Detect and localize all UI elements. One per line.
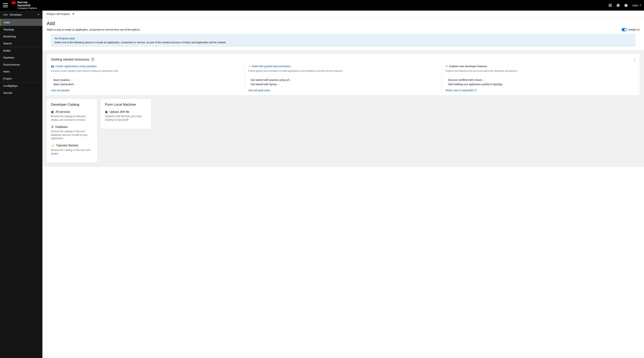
sidebar-item-secrets[interactable]: Secrets bbox=[0, 89, 42, 96]
page-subtitle: Select a way to create an Application, c… bbox=[47, 28, 140, 31]
content-area: Getting started resources ? ▮▮Create app… bbox=[42, 54, 644, 167]
brand-line1: Red Hat bbox=[18, 1, 28, 4]
view-all-samples-link[interactable]: View all samples bbox=[51, 89, 241, 92]
switch-icon[interactable]: ✓ bbox=[622, 28, 627, 31]
project-selector[interactable]: Project: All Projects bbox=[47, 12, 70, 16]
local-item-upload-jar[interactable]: ▣Upload JAR file Upload a JAR file from … bbox=[105, 110, 146, 122]
svg-rect-5 bbox=[611, 5, 612, 6]
gsr-title: Getting started resources bbox=[51, 58, 89, 62]
svg-rect-0 bbox=[609, 4, 610, 5]
developer-catalog-card: Developer Catalog ▦All services Browse t… bbox=[47, 99, 97, 162]
sidebar-item-topology[interactable]: Topology bbox=[0, 26, 42, 33]
local-title: From Local Machine bbox=[105, 102, 146, 106]
sidebar-item-helm[interactable]: Helm bbox=[0, 68, 42, 75]
gsr-col-guided: ⤳Build with guided documentation Follow … bbox=[245, 65, 442, 92]
catalog-item-all-services[interactable]: ▦All services Browse the catalog to disc… bbox=[51, 110, 93, 122]
plus-circle-icon[interactable] bbox=[616, 4, 620, 7]
details-toggle[interactable]: ✓ Details on bbox=[622, 28, 640, 31]
gsr-col-title[interactable]: Build with guided documentation bbox=[252, 65, 291, 68]
svg-rect-6 bbox=[609, 6, 610, 7]
alert-body: Select one of the following options to c… bbox=[54, 41, 632, 44]
local-item-desc: Upload a JAR file from your local deskto… bbox=[105, 114, 146, 122]
help-icon[interactable]: ? bbox=[624, 4, 628, 7]
caret-down-icon bbox=[640, 5, 641, 6]
main-content: Project: All Projects Add Select a way t… bbox=[42, 10, 644, 358]
info-alert: No Projects exist Select one of the foll… bbox=[51, 34, 636, 46]
nav-group-2: Builds Pipelines Environments Helm Proje… bbox=[0, 47, 42, 82]
gsr-col-desc: Choose a code sample to get started crea… bbox=[51, 70, 241, 76]
hamburger-menu-icon[interactable] bbox=[3, 3, 8, 7]
gsr-col-explore: ⚑Explore new developer features Explore … bbox=[442, 65, 636, 92]
caret-down-icon[interactable] bbox=[72, 14, 74, 14]
grid-icon: ▦ bbox=[51, 110, 54, 114]
page-header: Add Select a way to create an Applicatio… bbox=[42, 18, 644, 46]
brand-logo[interactable]: Red Hat OpenShift Container Platform bbox=[12, 1, 37, 10]
kebab-menu-icon[interactable] bbox=[634, 57, 636, 62]
from-local-machine-card: From Local Machine ▣Upload JAR file Uplo… bbox=[100, 99, 151, 129]
user-menu[interactable]: user1 bbox=[632, 4, 641, 7]
sidebar-item-search[interactable]: Search bbox=[0, 40, 42, 47]
details-toggle-label: Details on bbox=[628, 28, 640, 31]
sidebar-item-pipelines[interactable]: Pipelines bbox=[0, 54, 42, 61]
brand-line3: Container Platform bbox=[18, 7, 37, 10]
svg-rect-2 bbox=[611, 4, 612, 5]
svg-rect-3 bbox=[609, 5, 610, 6]
masthead-right: ? user1 bbox=[608, 4, 641, 7]
sidebar: </> Developer +Add Topology Monitoring S… bbox=[0, 10, 42, 358]
flag-icon: ⚑ bbox=[446, 65, 448, 68]
route-icon: ⤳ bbox=[248, 65, 250, 68]
gsr-link-helm-charts[interactable]: Discover certified Helm Charts→ bbox=[446, 78, 636, 82]
svg-rect-4 bbox=[610, 5, 610, 6]
sidebar-item-environments[interactable]: Environments bbox=[0, 61, 42, 68]
nav-group-3: ConfigMaps Secrets bbox=[0, 82, 42, 96]
gsr-link-topology[interactable]: Start building your application quickly … bbox=[446, 82, 636, 86]
gsr-col-title[interactable]: Create applications using samples bbox=[55, 65, 96, 68]
sidebar-item-monitoring[interactable]: Monitoring bbox=[0, 33, 42, 40]
catalog-item-operator-backed[interactable]: ⚡Operator Backed Browse the catalog to d… bbox=[51, 144, 93, 156]
caret-down-icon bbox=[38, 14, 39, 15]
catalog-item-desc: Browse the catalog to discover database … bbox=[51, 130, 93, 140]
svg-rect-8 bbox=[611, 6, 612, 7]
nav-group-1: +Add Topology Monitoring Search bbox=[0, 19, 42, 47]
svg-text:?: ? bbox=[625, 4, 626, 7]
alert-title: No Projects exist bbox=[54, 37, 632, 40]
brand-text: Red Hat OpenShift Container Platform bbox=[18, 1, 37, 10]
help-icon[interactable]: ? bbox=[91, 58, 94, 61]
gsr-columns: ▮▮Create applications using samples Choo… bbox=[51, 65, 636, 92]
getting-started-card: Getting started resources ? ▮▮Create app… bbox=[47, 54, 640, 96]
gsr-link-spring[interactable]: Get started with Spring→ bbox=[248, 82, 438, 86]
gsr-col-samples: ▮▮Create applications using samples Choo… bbox=[51, 65, 245, 92]
perspective-label: Developer bbox=[10, 13, 22, 16]
sidebar-item-configmaps[interactable]: ConfigMaps bbox=[0, 82, 42, 89]
username: user1 bbox=[632, 4, 638, 7]
brand-line2: OpenShift bbox=[18, 4, 30, 7]
svg-rect-1 bbox=[610, 4, 610, 5]
book-icon: ▮▮ bbox=[51, 65, 54, 68]
sidebar-item-add[interactable]: +Add bbox=[0, 19, 42, 26]
sidebar-item-builds[interactable]: Builds bbox=[0, 47, 42, 54]
file-upload-icon: ▣ bbox=[105, 110, 108, 114]
code-icon: </> bbox=[3, 13, 8, 16]
catalog-title: Developer Catalog bbox=[51, 102, 93, 106]
catalog-item-desc: Browse the catalog to discover and deplo… bbox=[51, 148, 93, 156]
external-link-icon bbox=[474, 90, 476, 92]
redhat-fedora-icon bbox=[12, 1, 16, 4]
catalog-item-database[interactable]: ☰Database Browse the catalog to discover… bbox=[51, 125, 93, 140]
gsr-col-desc: Follow guided documentation to build app… bbox=[248, 70, 438, 76]
masthead-left: Red Hat OpenShift Container Platform bbox=[3, 1, 37, 10]
gsr-col-desc: Explore new features and resources withi… bbox=[446, 70, 636, 76]
cards-row: Developer Catalog ▦All services Browse t… bbox=[47, 99, 640, 162]
gsr-link-basic-quarkus[interactable]: Basic Quarkus→ bbox=[51, 78, 241, 82]
sidebar-item-project[interactable]: Project bbox=[0, 75, 42, 82]
perspective-switcher[interactable]: </> Developer bbox=[0, 10, 42, 19]
masthead: Red Hat OpenShift Container Platform ? u… bbox=[0, 0, 644, 10]
project-toolbar: Project: All Projects bbox=[42, 10, 644, 18]
view-all-quickstarts-link[interactable]: View all quick starts bbox=[248, 89, 438, 92]
page-title: Add bbox=[47, 21, 640, 26]
gsr-col-title: Explore new developer features bbox=[449, 65, 487, 68]
gsr-link-quarkus-s2i[interactable]: Get started with Quarkus using s2i→ bbox=[248, 78, 438, 82]
bolt-icon: ⚡ bbox=[51, 144, 54, 147]
whats-new-link[interactable]: What's new in OpenShift bbox=[446, 89, 636, 92]
app-launcher-icon[interactable] bbox=[608, 4, 612, 7]
gsr-link-basic-spring-boot[interactable]: Basic Spring Boot→ bbox=[51, 82, 241, 86]
